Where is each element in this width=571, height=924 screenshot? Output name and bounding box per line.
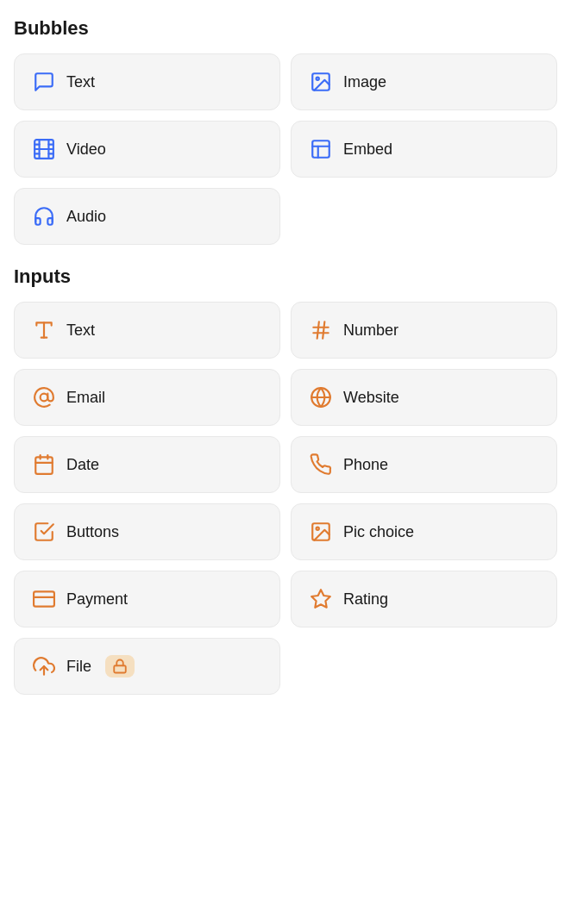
embed-bubble-label: Embed: [343, 140, 392, 159]
svg-marker-30: [311, 590, 330, 608]
picchoice-input-label: Pic choice: [343, 523, 414, 541]
video-bubble-label: Video: [66, 140, 106, 159]
number-input-label: Number: [343, 322, 398, 340]
chat-icon: [32, 70, 56, 94]
image-icon: [309, 70, 333, 94]
pic-icon: [309, 520, 333, 544]
svg-line-17: [317, 322, 319, 339]
email-input-card[interactable]: Email: [14, 369, 280, 426]
phone-icon: [309, 453, 333, 477]
file-input-label: File: [66, 658, 91, 676]
type-icon: [32, 318, 56, 342]
video-bubble-card[interactable]: Video: [14, 121, 280, 178]
text-input-label: Text: [66, 322, 95, 340]
inputs-grid-row5: Payment Rating: [14, 571, 557, 627]
phone-input-card[interactable]: Phone: [291, 436, 557, 493]
embed-bubble-card[interactable]: Embed: [291, 121, 557, 178]
image-bubble-label: Image: [343, 73, 386, 91]
payment-icon: [32, 587, 56, 611]
inputs-grid-row3: Date Phone: [14, 436, 557, 493]
text-bubble-card[interactable]: Text: [14, 53, 280, 110]
calendar-icon: [32, 453, 56, 477]
website-input-label: Website: [343, 389, 399, 407]
inputs-grid-row4: Buttons Pic choice: [14, 503, 557, 560]
inputs-section: Inputs Text Numbe: [14, 265, 557, 695]
check-icon: [32, 520, 56, 544]
svg-rect-28: [34, 591, 54, 606]
inputs-grid-row1: Text Number: [14, 302, 557, 359]
file-input-card[interactable]: File: [14, 638, 280, 695]
svg-line-18: [323, 322, 324, 339]
svg-rect-22: [35, 457, 53, 474]
rating-input-label: Rating: [343, 590, 388, 609]
globe-icon: [309, 385, 333, 409]
hash-icon: [309, 318, 333, 342]
inputs-grid-row2: Email Website: [14, 369, 557, 426]
svg-point-19: [41, 394, 48, 402]
payment-input-label: Payment: [66, 590, 128, 609]
text-input-card[interactable]: Text: [14, 302, 280, 359]
picchoice-input-card[interactable]: Pic choice: [291, 503, 557, 560]
number-input-card[interactable]: Number: [291, 302, 557, 359]
payment-input-card[interactable]: Payment: [14, 571, 280, 627]
audio-bubble-label: Audio: [66, 208, 106, 226]
svg-point-1: [317, 78, 319, 80]
audio-icon: [32, 204, 56, 228]
inputs-title: Inputs: [14, 265, 557, 288]
phone-input-label: Phone: [343, 456, 388, 474]
image-bubble-card[interactable]: Image: [291, 53, 557, 110]
lock-badge: [105, 655, 135, 677]
svg-rect-10: [312, 140, 329, 158]
buttons-input-card[interactable]: Buttons: [14, 503, 280, 560]
bubbles-title: Bubbles: [14, 17, 557, 40]
email-input-label: Email: [66, 389, 105, 407]
bubbles-section: Bubbles Text Image: [14, 17, 557, 245]
bubbles-grid-row2: Video Embed: [14, 121, 557, 178]
video-icon: [32, 137, 56, 161]
svg-point-27: [317, 528, 319, 530]
text-bubble-label: Text: [66, 73, 95, 91]
bubbles-grid-row3: Audio: [14, 188, 557, 245]
website-input-card[interactable]: Website: [291, 369, 557, 426]
embed-icon: [309, 137, 333, 161]
at-icon: [32, 385, 56, 409]
buttons-input-label: Buttons: [66, 523, 119, 541]
date-input-card[interactable]: Date: [14, 436, 280, 493]
star-icon: [309, 587, 333, 611]
audio-bubble-card[interactable]: Audio: [14, 188, 280, 245]
upload-icon: [32, 654, 56, 678]
inputs-grid-row6: File: [14, 638, 557, 695]
rating-input-card[interactable]: Rating: [291, 571, 557, 627]
lock-icon: [112, 659, 128, 674]
bubbles-grid-row1: Text Image: [14, 53, 557, 110]
svg-rect-32: [114, 665, 126, 672]
date-input-label: Date: [66, 456, 99, 474]
